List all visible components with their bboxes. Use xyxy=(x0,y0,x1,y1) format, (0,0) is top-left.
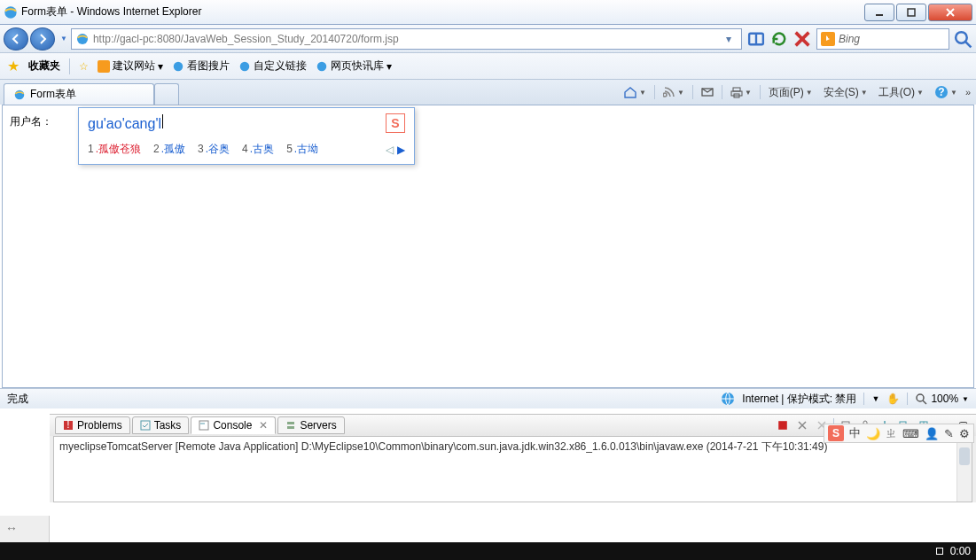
ime-skin-icon[interactable]: ✎ xyxy=(944,427,954,440)
ime-moon-icon[interactable]: 🌙 xyxy=(866,427,880,440)
ime-candidate-1[interactable]: 1.孤傲苍狼 xyxy=(88,142,141,157)
tab-form[interactable]: Form表单 xyxy=(4,83,154,105)
tab-problems[interactable]: !Problems xyxy=(55,416,130,434)
ime-mode-cn[interactable]: 中 xyxy=(849,425,861,441)
internet-zone-icon xyxy=(721,392,735,406)
bookmark-label: 自定义链接 xyxy=(254,58,307,74)
address-bar[interactable]: http://gacl-pc:8080/JavaWeb_Session_Stud… xyxy=(71,28,742,50)
sogou-badge-icon[interactable]: S xyxy=(828,425,844,441)
compat-view-button[interactable] xyxy=(746,29,767,49)
refresh-button[interactable] xyxy=(769,29,790,49)
bookmark-label: 建议网站 xyxy=(113,58,155,74)
new-tab-button[interactable] xyxy=(154,83,179,105)
ime-candidate-5[interactable]: 5.古坳 xyxy=(286,142,318,157)
ime-candidate-3[interactable]: 3.谷奥 xyxy=(198,142,230,157)
page-icon xyxy=(75,32,90,46)
svg-point-14 xyxy=(317,61,327,71)
ime-punct-icon[interactable]: ㄓ xyxy=(886,425,897,441)
ime-toolbar[interactable]: S 中 🌙 ㄓ ⌨ 👤 ✎ ⚙ xyxy=(824,424,974,443)
maximize-button[interactable] xyxy=(896,4,926,21)
add-favorite-icon[interactable]: ☆ xyxy=(79,60,89,73)
print-button[interactable]: ▼ xyxy=(728,82,754,102)
svg-point-23 xyxy=(917,394,924,401)
taskbar: 0:00 xyxy=(0,542,976,560)
search-box[interactable]: Bing xyxy=(816,28,949,50)
favorites-label[interactable]: 收藏夹 xyxy=(28,58,60,74)
ime-next-page-icon[interactable]: ▶ xyxy=(397,144,405,156)
remove-all-terminated-button[interactable] xyxy=(794,417,810,433)
problems-icon: ! xyxy=(63,420,74,431)
stop-button[interactable] xyxy=(792,29,813,49)
bookmark-web-slices[interactable]: 网页快讯库 ▾ xyxy=(316,58,392,74)
svg-rect-28 xyxy=(199,421,208,430)
tab-strip: Form表单 ▼ ▼ ▼ 页面(P) ▼ 安全(S) ▼ 工具(O) ▼ ?▼ … xyxy=(0,80,976,105)
ime-candidate-4[interactable]: 4.古奥 xyxy=(242,142,274,157)
ime-candidate-window: gu'ao'cang'l S 1.孤傲苍狼 2.孤傲 3.谷奥 4.古奥 5.古… xyxy=(78,107,415,165)
ie-glyph-icon xyxy=(238,60,251,73)
safety-menu[interactable]: 安全(S) ▼ xyxy=(821,82,871,102)
bing-icon xyxy=(821,32,835,46)
tab-label: Console xyxy=(213,419,252,432)
bookmark-image-search[interactable]: 看图搜片 xyxy=(172,58,230,74)
ime-candidate-2[interactable]: 2.孤傲 xyxy=(153,142,185,157)
search-go-button[interactable] xyxy=(953,29,972,49)
privacy-icon[interactable]: ✋ xyxy=(886,393,900,405)
svg-point-12 xyxy=(174,61,183,71)
bing-glyph-icon xyxy=(98,60,110,73)
ime-prev-page-icon[interactable]: ◁ xyxy=(386,144,394,156)
ime-settings-icon[interactable]: ⚙ xyxy=(959,427,970,440)
username-label: 用户名： xyxy=(10,114,52,129)
page-content: 用户名： gu'ao'cang'l S 1.孤傲苍狼 2.孤傲 3.谷奥 4.古… xyxy=(2,105,974,388)
feeds-button[interactable]: ▼ xyxy=(660,82,687,102)
home-button[interactable]: ▼ xyxy=(621,82,649,102)
tab-servers[interactable]: Servers xyxy=(277,416,344,434)
svg-rect-2 xyxy=(908,9,915,16)
tab-tasks[interactable]: Tasks xyxy=(132,416,190,434)
bookmark-custom-links[interactable]: 自定义链接 xyxy=(238,58,307,74)
window-title: Form表单 - Windows Internet Explorer xyxy=(21,4,201,19)
ime-softkb-icon[interactable]: ⌨ xyxy=(902,427,919,440)
page-menu[interactable]: 页面(P) ▼ xyxy=(766,82,816,102)
tab-console[interactable]: Console✕ xyxy=(191,416,276,434)
ime-user-icon[interactable]: 👤 xyxy=(925,427,939,440)
zoom-control[interactable]: 100% ▼ xyxy=(915,393,969,405)
svg-line-11 xyxy=(965,42,971,47)
address-dropdown-icon[interactable]: ▾ xyxy=(720,30,738,48)
bookmark-label: 看图搜片 xyxy=(187,58,230,74)
minimize-button[interactable] xyxy=(864,4,894,21)
console-line: myeclipseTomcatServer [Remote Java Appli… xyxy=(59,440,827,453)
bookmark-label: 网页快讯库 xyxy=(331,58,384,74)
servers-icon xyxy=(285,420,296,431)
sogou-logo-icon[interactable]: S xyxy=(386,113,405,133)
more-commands-icon[interactable]: » xyxy=(965,87,969,97)
favorites-star-icon[interactable]: ★ xyxy=(7,58,20,74)
favorites-bar: ★ 收藏夹 ☆ 建议网站 ▾ 看图搜片 自定义链接 网页快讯库 ▾ xyxy=(0,53,976,80)
url-text: http://gacl-pc:8080/JavaWeb_Session_Stud… xyxy=(93,33,716,45)
svg-rect-17 xyxy=(733,88,740,91)
search-provider-text: Bing xyxy=(839,33,860,45)
svg-point-5 xyxy=(77,34,88,44)
restore-icon[interactable]: ↔ xyxy=(5,521,18,535)
zoom-level-text: 100% xyxy=(931,393,958,405)
console-output[interactable]: myeclipseTomcatServer [Remote Java Appli… xyxy=(53,436,972,502)
nav-history-dropdown-icon[interactable]: ▼ xyxy=(60,35,67,43)
terminate-button[interactable] xyxy=(775,417,791,433)
svg-line-24 xyxy=(923,401,926,404)
zoom-icon xyxy=(915,393,927,405)
close-tab-icon[interactable]: ✕ xyxy=(259,419,268,432)
ime-composition: gu'ao'cang'l xyxy=(88,114,386,132)
tab-title: Form表单 xyxy=(30,87,76,102)
help-button[interactable]: ?▼ xyxy=(932,82,960,102)
svg-point-10 xyxy=(956,32,967,43)
protected-mode-dropdown-icon[interactable]: ▼ xyxy=(871,394,879,403)
bookmark-suggested-sites[interactable]: 建议网站 ▾ xyxy=(98,58,163,74)
tools-menu[interactable]: 工具(O) ▼ xyxy=(876,82,926,102)
back-button[interactable] xyxy=(4,27,28,51)
read-mail-button[interactable] xyxy=(699,82,716,102)
close-button[interactable] xyxy=(928,4,972,21)
page-menu-label: 页面(P) xyxy=(769,85,804,100)
console-scrollbar[interactable] xyxy=(956,437,972,502)
forward-button[interactable] xyxy=(30,27,55,51)
tab-label: Servers xyxy=(300,419,336,432)
ie-icon xyxy=(4,5,18,19)
